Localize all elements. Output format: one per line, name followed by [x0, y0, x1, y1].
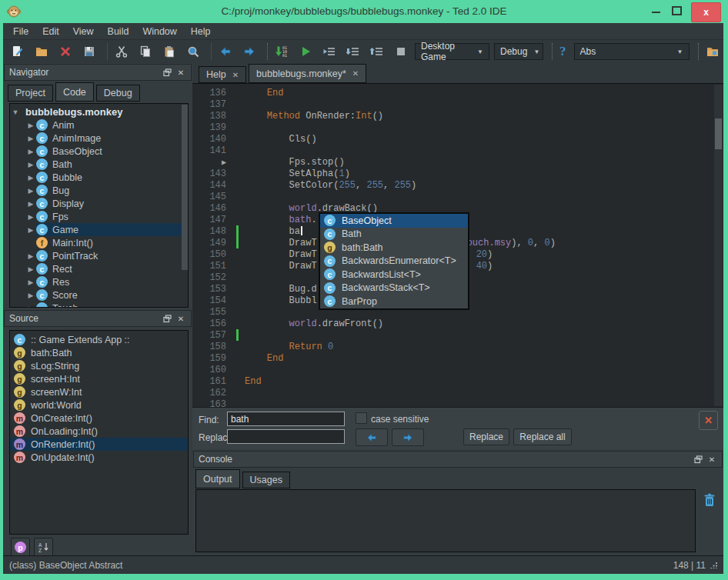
new-file-icon[interactable]: [8, 42, 28, 62]
code-line[interactable]: 157: [192, 329, 713, 341]
source-item-game-extends-app[interactable]: c:: Game Extends App ::: [10, 333, 188, 346]
expand-icon[interactable]: ▶: [25, 161, 36, 168]
expand-icon[interactable]: ▶: [25, 174, 36, 182]
autocomplete-item-baseobject[interactable]: cBaseObject: [320, 214, 468, 228]
close-panel-icon[interactable]: ✕: [175, 67, 186, 78]
expand-icon[interactable]: ▶: [25, 226, 36, 234]
code-line[interactable]: 156 world.drawFront(): [192, 318, 713, 329]
maximize-button[interactable]: [672, 6, 682, 15]
nav-tab-project[interactable]: Project: [8, 85, 53, 102]
code-line[interactable]: 143 SetAlpha(1): [192, 168, 713, 179]
close-tab-icon[interactable]: ✕: [352, 69, 359, 78]
close-find-icon[interactable]: ✕: [699, 411, 718, 430]
lock-build-folder-icon[interactable]: [703, 42, 723, 62]
tree-scrollbar[interactable]: [182, 105, 188, 303]
autocomplete-item-backwardsstack-t[interactable]: cBackwardsStack<T>: [320, 282, 468, 295]
expand-icon[interactable]: ▶: [25, 148, 36, 155]
tree-item-game[interactable]: ▶cGame: [10, 223, 188, 236]
find-next-button[interactable]: [392, 428, 424, 446]
code-line[interactable]: 160: [192, 364, 713, 375]
tree-item-rect[interactable]: ▶cRect: [10, 262, 188, 275]
tree-item-res[interactable]: ▶cRes: [10, 275, 188, 288]
forward-icon[interactable]: [239, 42, 259, 62]
find-previous-button[interactable]: [356, 428, 388, 446]
find-input[interactable]: [227, 412, 345, 426]
tree-item-animimage[interactable]: ▶cAnimImage: [10, 132, 188, 145]
code-line[interactable]: 144 SetColor(255, 255, 255): [192, 179, 713, 191]
expand-icon[interactable]: ▶: [25, 200, 36, 208]
close-panel-icon[interactable]: ✕: [706, 454, 717, 465]
tree-item-score[interactable]: ▶cScore: [10, 288, 188, 302]
code-line[interactable]: 158 Return 0: [192, 341, 713, 352]
source-item-onupdate-int[interactable]: mOnUpdate:Int(): [10, 451, 188, 464]
source-item-onrender-int[interactable]: mOnRender:Int(): [10, 438, 188, 451]
editor-scrollbar[interactable]: [714, 85, 723, 406]
locate-select[interactable]: Abs ▼: [574, 43, 690, 60]
source-item-onloading-int[interactable]: mOnLoading:Int(): [10, 425, 188, 438]
replace-button[interactable]: Replace: [463, 428, 509, 445]
private-filter-button[interactable]: p: [11, 538, 30, 557]
expand-icon[interactable]: ▶: [25, 187, 36, 195]
update-code-icon[interactable]: 011001: [272, 42, 292, 62]
nav-tab-debug[interactable]: Debug: [96, 85, 140, 102]
expand-icon[interactable]: ▶: [25, 278, 36, 286]
case-sensitive-checkbox[interactable]: [356, 412, 367, 424]
menu-build[interactable]: Build: [101, 26, 136, 37]
source-item-screenw-int[interactable]: gscreenW:Int: [10, 385, 188, 398]
collapse-icon[interactable]: ▼: [10, 108, 21, 116]
source-item-slog-string[interactable]: gsLog:String: [10, 359, 188, 372]
code-line[interactable]: 136 End: [192, 87, 713, 98]
float-panel-icon[interactable]: [693, 454, 703, 465]
source-item-screenh-int[interactable]: gscreenH:Int: [10, 372, 188, 385]
clear-console-button[interactable]: [701, 491, 718, 509]
code-line[interactable]: ▶ Fps.stop(): [192, 156, 713, 168]
code-line[interactable]: 159 End: [192, 352, 713, 364]
code-line[interactable]: 139: [192, 122, 713, 133]
save-file-icon[interactable]: [79, 42, 99, 62]
tree-item-anim[interactable]: ▶cAnim: [10, 118, 188, 132]
open-file-icon[interactable]: [32, 42, 52, 62]
minimize-button[interactable]: [652, 12, 660, 13]
step-out-icon[interactable]: [367, 42, 387, 62]
close-button[interactable]: x: [691, 2, 721, 22]
editor-tab-help[interactable]: Help✕: [199, 66, 246, 83]
step-into-icon[interactable]: [343, 42, 363, 62]
code-line[interactable]: 163: [192, 398, 713, 407]
run-icon[interactable]: [296, 42, 316, 62]
tree-item-display[interactable]: ▶cDisplay: [10, 197, 188, 210]
target-select[interactable]: Desktop Game ▼: [415, 43, 489, 60]
expand-icon[interactable]: ▶: [25, 252, 36, 260]
close-tab-icon[interactable]: ✕: [232, 71, 239, 79]
code-line[interactable]: 162: [192, 387, 713, 398]
autocomplete-item-backwardsenumerator-t[interactable]: cBackwardsEnumerator<T>: [320, 255, 468, 268]
code-line[interactable]: 140 Cls(): [192, 133, 713, 145]
sort-alpha-button[interactable]: AZ: [34, 538, 53, 557]
resize-grip[interactable]: [710, 562, 717, 568]
autocomplete-item-backwardslist-t[interactable]: cBackwardsList<T>: [320, 268, 468, 282]
nav-tab-code[interactable]: Code: [55, 82, 94, 102]
config-select[interactable]: Debug ▼: [494, 43, 543, 60]
code-line[interactable]: 137: [192, 98, 713, 110]
autocomplete-item-barprop[interactable]: cBarProp: [320, 295, 468, 308]
source-item-world-world[interactable]: gworld:World: [10, 398, 188, 412]
menu-window[interactable]: Window: [135, 26, 183, 37]
console-tab-output[interactable]: Output: [195, 469, 240, 488]
menu-edit[interactable]: Edit: [35, 26, 66, 37]
tree-item-bath[interactable]: ▶cBath: [10, 158, 188, 171]
expand-icon[interactable]: ▶: [25, 292, 36, 299]
tree-item-main-int[interactable]: fMain:Int(): [10, 236, 188, 249]
tree-item-fps[interactable]: ▶cFps: [10, 210, 188, 223]
code-editor[interactable]: 136 End137138 Method OnRender:Int()13914…: [192, 83, 723, 407]
tree-item-baseobject[interactable]: ▶cBaseObject: [10, 145, 188, 158]
close-file-icon[interactable]: [55, 42, 75, 62]
editor-tab-bubblebugs-monkey[interactable]: bubblebugs.monkey*✕: [249, 64, 366, 83]
autocomplete-item-bath[interactable]: cBath: [320, 228, 468, 242]
replace-input[interactable]: [227, 429, 345, 444]
code-line[interactable]: 141: [192, 145, 713, 156]
menu-file[interactable]: File: [6, 26, 35, 37]
tree-item-pointtrack[interactable]: ▶cPointTrack: [10, 249, 188, 262]
float-panel-icon[interactable]: [162, 313, 172, 324]
tree-item-bubble[interactable]: ▶cBubble: [10, 171, 188, 184]
back-icon[interactable]: [215, 42, 235, 62]
stop-icon[interactable]: [391, 42, 411, 62]
